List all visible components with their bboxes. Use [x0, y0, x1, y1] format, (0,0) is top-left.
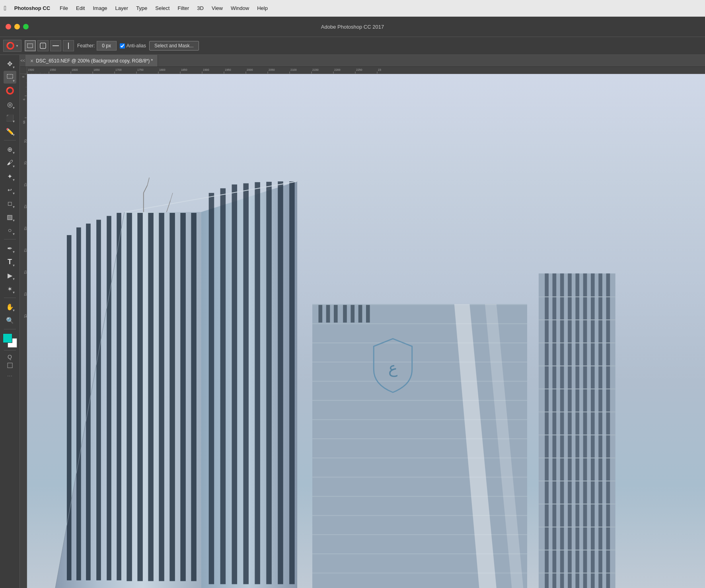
tool-arrow-icon: ▼: [12, 309, 16, 312]
svg-rect-89: [209, 193, 214, 584]
eyedropper-tool[interactable]: ✏️ ▼: [4, 125, 16, 138]
svg-text:8: 8: [22, 76, 25, 78]
svg-line-103: [167, 201, 171, 212]
menu-filter[interactable]: Filter: [174, 4, 192, 12]
single-col-icon: [65, 43, 72, 49]
close-button[interactable]: [6, 24, 11, 29]
tool-arrow-icon: ▼: [12, 219, 16, 222]
window-title: Adobe Photoshop CC 2017: [321, 24, 384, 30]
menu-window[interactable]: Window: [228, 4, 252, 12]
dodge-icon: ○: [8, 227, 12, 234]
tab-close-icon[interactable]: ×: [30, 58, 33, 64]
svg-rect-78: [86, 224, 91, 580]
document-tab[interactable]: × DSC_6510.NEF @ 200% (Background copy, …: [25, 55, 158, 66]
brush-tool[interactable]: 🖌 ▼: [4, 156, 16, 169]
lasso-tool-icon[interactable]: ⭕ ▼: [3, 40, 21, 52]
canvas-container[interactable]: 1500 1550 1600 1650 1700 1750: [20, 67, 705, 588]
select-mask-button[interactable]: Select and Mask...: [149, 41, 199, 51]
eraser-tool[interactable]: ◻ ▼: [4, 197, 16, 210]
apple-logo-icon[interactable]: : [4, 5, 6, 12]
svg-rect-115: [312, 477, 527, 477]
zoom-tool[interactable]: 🔍: [4, 314, 16, 327]
svg-text:2200: 2200: [334, 68, 341, 71]
menu-3d[interactable]: 3D: [194, 4, 207, 12]
extra-tools-button[interactable]: …: [4, 370, 16, 378]
clone-stamp-tool[interactable]: ✦ ▼: [4, 170, 16, 183]
rect-marquee-button[interactable]: [25, 40, 36, 51]
minimize-button[interactable]: [14, 24, 20, 29]
lasso-tool[interactable]: ⭕: [4, 84, 16, 97]
feather-input[interactable]: [97, 41, 117, 51]
svg-text:100: 100: [24, 140, 27, 143]
healing-tool[interactable]: ⊕ ▼: [4, 143, 16, 156]
pen-tool[interactable]: ✒ ▼: [4, 242, 16, 255]
svg-text:1600: 1600: [72, 68, 78, 71]
dodge-tool[interactable]: ○ ▼: [4, 224, 16, 237]
tabs-left-arrow[interactable]: <<: [20, 58, 25, 63]
screen-mode-button[interactable]: ☐: [4, 362, 16, 370]
svg-text:125: 125: [24, 249, 27, 252]
single-col-button[interactable]: [63, 40, 74, 51]
gradient-tool[interactable]: ▨ ▼: [4, 210, 16, 223]
svg-rect-116: [312, 496, 527, 497]
toolbar: ✥ ▼ ▼ ⭕ ◎ ▼ ⬛ ▼ ✏️ ▼ ⊕ ▼ 🖌: [0, 55, 20, 588]
svg-rect-125: [351, 305, 354, 322]
feather-group: Feather:: [77, 41, 117, 51]
menu-edit[interactable]: Edit: [73, 4, 88, 12]
single-row-button[interactable]: [50, 40, 61, 51]
svg-rect-147: [539, 481, 615, 481]
menu-help[interactable]: Help: [254, 4, 271, 12]
shape-tool[interactable]: ✶ ▼: [4, 282, 16, 295]
svg-rect-132: [560, 273, 564, 588]
svg-text:1850: 1850: [181, 68, 187, 71]
svg-line-102: [147, 177, 149, 185]
foreground-color-swatch[interactable]: [3, 333, 12, 343]
menu-layer[interactable]: Layer: [112, 4, 132, 12]
quick-select-tool[interactable]: ◎ ▼: [4, 98, 16, 111]
text-tool[interactable]: T ▼: [4, 255, 16, 268]
rounded-marquee-button[interactable]: [37, 40, 49, 51]
svg-rect-83: [137, 213, 142, 581]
menu-file[interactable]: File: [56, 4, 71, 12]
toolbar-divider-5: [4, 350, 16, 350]
color-swatches[interactable]: [3, 333, 17, 348]
maximize-button[interactable]: [23, 24, 29, 29]
menu-select[interactable]: Select: [152, 4, 173, 12]
tool-arrow-icon: ▼: [12, 79, 16, 83]
svg-rect-126: [358, 305, 362, 322]
svg-rect-130: [545, 273, 549, 588]
antialias-checkbox-group[interactable]: Anti-alias: [120, 43, 146, 49]
svg-text:130: 130: [24, 271, 27, 274]
svg-rect-81: [117, 213, 121, 580]
menu-view[interactable]: View: [208, 4, 226, 12]
history-brush-tool[interactable]: ↩ ▼: [4, 183, 16, 196]
antialias-checkbox[interactable]: [120, 43, 125, 49]
canvas-image[interactable]: ع: [27, 74, 705, 588]
rounded-icon: [40, 43, 46, 49]
crop-tool[interactable]: ⬛ ▼: [4, 111, 16, 124]
marquee-tool[interactable]: ▼: [4, 71, 16, 84]
hand-tool[interactable]: ✋ ▼: [4, 300, 16, 313]
rect-icon: [27, 43, 33, 49]
svg-rect-114: [312, 458, 527, 458]
svg-rect-0: [27, 44, 33, 48]
svg-text:1500: 1500: [28, 68, 34, 71]
svg-rect-150: [539, 550, 615, 551]
app-name[interactable]: Photoshop CC: [11, 4, 53, 12]
quick-select-icon: ◎: [7, 101, 13, 108]
quick-mask-button[interactable]: Q: [4, 353, 16, 361]
svg-text:9: 9: [23, 99, 25, 100]
tab-title: DSC_6510.NEF @ 200% (Background copy, RG…: [36, 58, 153, 64]
move-tool[interactable]: ✥ ▼: [4, 57, 16, 70]
tool-type-selector: ⭕ ▼: [3, 40, 21, 52]
lasso-icon: ⭕: [6, 86, 14, 95]
tool-arrow-icon: ▼: [12, 277, 16, 281]
svg-rect-118: [312, 534, 527, 535]
menu-type[interactable]: Type: [133, 4, 150, 12]
toolbar-divider-4: [4, 329, 16, 329]
tool-arrow-icon: ▼: [12, 232, 16, 236]
path-select-tool[interactable]: ▶ ▼: [4, 269, 16, 282]
menu-image[interactable]: Image: [90, 4, 110, 12]
ruler-v-svg: 8 9 95 100 105 110 115: [20, 74, 27, 588]
svg-rect-79: [96, 220, 101, 580]
